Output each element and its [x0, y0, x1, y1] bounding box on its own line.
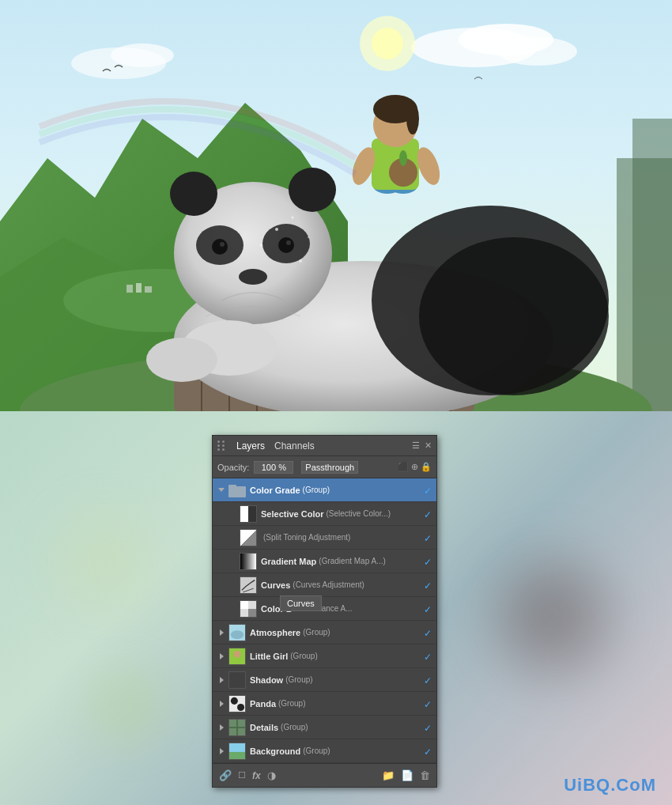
layer-expand-arrow[interactable]: [216, 627, 227, 638]
bottom-panel: Layers Channels ☰ ✕ Opacity: 100 % Passt…: [0, 411, 672, 805]
svg-point-57: [292, 217, 294, 219]
layer-visibility-check[interactable]: ✓: [424, 604, 433, 614]
layer-expand-arrow[interactable]: [216, 698, 227, 709]
layer-expand-placeholder: [227, 556, 238, 567]
link-layers-icon[interactable]: 🔗: [219, 769, 232, 781]
layers-panel: Layers Channels ☰ ✕ Opacity: 100 % Passt…: [212, 435, 437, 788]
layer-visibility-check[interactable]: ✓: [424, 746, 433, 756]
layer-name: Panda: [250, 699, 276, 709]
layer-type: (Curves Adjustment): [293, 580, 364, 589]
layer-type: (Selective Color...): [326, 509, 391, 518]
layer-expand-arrow[interactable]: [216, 675, 227, 686]
svg-point-40: [220, 242, 225, 247]
layer-color-balance[interactable]: Curves Color B olor Balance A... ✓: [213, 597, 436, 621]
svg-point-7: [372, 28, 403, 59]
layer-expand-arrow[interactable]: [216, 722, 227, 733]
layer-type: (Split Toning Adjustment): [263, 533, 350, 542]
layer-background[interactable]: Background (Group) ✓: [213, 739, 436, 763]
bokeh-effect-2: [465, 529, 639, 703]
grip-dot: [217, 448, 220, 451]
layer-expand-placeholder: [227, 532, 238, 543]
layer-visibility-check[interactable]: ✓: [424, 486, 433, 495]
layer-thumbnail: [228, 695, 246, 712]
layer-name: Selective Color: [261, 509, 323, 519]
expand-right-icon: [220, 653, 224, 659]
layer-type: (Group): [303, 628, 330, 637]
layer-type: (Gradient Map A...): [319, 557, 385, 565]
layer-visibility-check[interactable]: ✓: [424, 723, 433, 732]
svg-point-42: [239, 269, 267, 285]
layer-visibility-check[interactable]: ✓: [424, 628, 433, 637]
layer-expand-arrow[interactable]: [216, 746, 227, 757]
layer-name: Details: [250, 723, 278, 732]
layer-expand-arrow[interactable]: [216, 485, 227, 496]
layer-little-girl[interactable]: Little Girl (Group) ✓: [213, 644, 436, 668]
svg-rect-82: [229, 751, 245, 758]
new-layer-icon[interactable]: 📄: [401, 769, 413, 781]
svg-rect-11: [126, 285, 133, 293]
layer-visibility-check[interactable]: ✓: [424, 652, 433, 661]
svg-point-69: [231, 630, 244, 639]
layer-name: Color Grade: [250, 486, 300, 495]
blend-mode-dropdown[interactable]: Passthrough: [301, 461, 358, 474]
svg-point-32: [419, 237, 609, 395]
svg-rect-72: [234, 657, 240, 662]
expand-right-icon: [220, 701, 224, 707]
layer-visibility-check[interactable]: ✓: [424, 509, 433, 519]
layer-expand-placeholder: [227, 580, 238, 591]
lock-position-icon[interactable]: ⊕: [411, 462, 418, 472]
curves-tooltip: Curves: [280, 595, 322, 611]
layer-name: Little Girl: [250, 652, 288, 661]
svg-rect-67: [248, 609, 256, 617]
panel-controls: ☰ ✕: [412, 440, 432, 451]
tab-channels[interactable]: Channels: [270, 439, 319, 453]
layer-details[interactable]: Details (Group) ✓: [213, 716, 436, 739]
svg-point-44: [146, 338, 217, 382]
delete-layer-icon[interactable]: 🗑: [420, 769, 430, 781]
svg-point-58: [308, 236, 309, 238]
expand-right-icon: [220, 724, 224, 731]
expand-down-icon: [218, 488, 225, 492]
layer-visibility-check[interactable]: ✓: [424, 557, 433, 566]
layer-thumbnail: [240, 553, 257, 570]
layer-type: (Group): [290, 652, 317, 660]
expand-right-icon: [220, 677, 224, 683]
layer-thumbnail: [228, 743, 246, 760]
layer-selective-color[interactable]: Selective Color (Selective Color...) ✓: [213, 502, 436, 526]
panel-close-icon[interactable]: ✕: [425, 440, 432, 451]
layer-name: Curves: [261, 580, 290, 590]
layer-expand-placeholder: [227, 603, 238, 614]
lock-all-icon[interactable]: 🔒: [421, 462, 432, 472]
layer-shadow[interactable]: Shadow (Group) ✓: [213, 668, 436, 692]
layer-atmosphere[interactable]: Atmosphere (Group) ✓: [213, 621, 436, 644]
svg-point-55: [275, 228, 278, 231]
layer-visibility-check[interactable]: ✓: [424, 675, 433, 685]
panel-menu-icon[interactable]: ☰: [412, 440, 420, 451]
layer-gradient-map[interactable]: Gradient Map (Gradient Map A...) ✓: [213, 550, 436, 573]
layer-visibility-check[interactable]: ✓: [424, 533, 433, 542]
opacity-label: Opacity:: [217, 463, 249, 472]
fx-icon[interactable]: fx: [252, 770, 261, 781]
layer-split-toning[interactable]: (Split Toning Adjustment) ✓: [213, 526, 436, 550]
svg-point-77: [237, 704, 244, 711]
layer-color-grade[interactable]: Color Grade (Group) ✓: [213, 478, 436, 502]
layer-style-icon[interactable]: ☐: [238, 770, 246, 780]
svg-point-56: [260, 244, 262, 247]
lock-pixels-icon[interactable]: ⬛: [398, 462, 409, 472]
layer-type: (Group): [303, 746, 330, 755]
new-adjustment-icon[interactable]: ◑: [267, 769, 276, 781]
layer-expand-arrow[interactable]: [216, 651, 227, 662]
layer-curves[interactable]: Curves (Curves Adjustment) ✓: [213, 573, 436, 597]
layer-thumbnail: [240, 529, 257, 546]
layer-thumbnail: [240, 505, 257, 523]
layer-panda[interactable]: Panda (Group) ✓: [213, 692, 436, 716]
opacity-input[interactable]: 100 %: [254, 461, 293, 474]
tab-layers[interactable]: Layers: [232, 439, 270, 453]
opacity-row: Opacity: 100 % Passthrough ⬛ ⊕ 🔒: [213, 456, 436, 478]
svg-point-41: [286, 240, 291, 245]
svg-point-39: [278, 237, 294, 253]
layer-type: (Group): [303, 486, 330, 494]
layer-visibility-check[interactable]: ✓: [424, 699, 433, 709]
layer-visibility-check[interactable]: ✓: [424, 580, 433, 590]
new-folder-icon[interactable]: 📁: [382, 769, 395, 781]
